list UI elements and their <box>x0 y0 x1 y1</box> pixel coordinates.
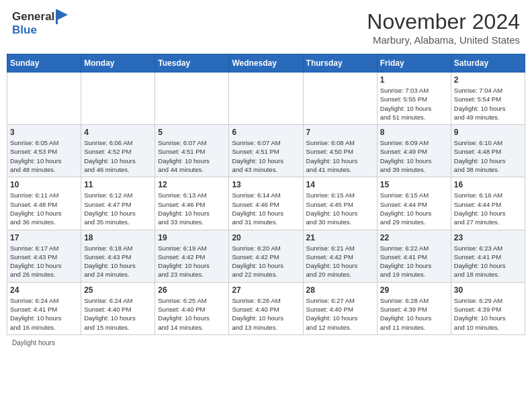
weekday-header-wednesday: Wednesday <box>229 54 303 73</box>
day-info: Sunrise: 6:24 AM Sunset: 4:41 PM Dayligh… <box>10 296 78 332</box>
calendar-cell: 1Sunrise: 7:03 AM Sunset: 5:55 PM Daylig… <box>377 73 451 125</box>
calendar-cell: 17Sunrise: 6:17 AM Sunset: 4:43 PM Dayli… <box>7 230 81 282</box>
day-number: 14 <box>306 180 374 189</box>
calendar-cell: 18Sunrise: 6:18 AM Sunset: 4:43 PM Dayli… <box>81 230 155 282</box>
day-info: Sunrise: 7:04 AM Sunset: 5:54 PM Dayligh… <box>454 86 522 122</box>
day-number: 4 <box>84 128 152 137</box>
day-number: 17 <box>10 233 78 242</box>
svg-marker-0 <box>57 9 68 20</box>
logo-flag-icon <box>56 9 68 24</box>
day-number: 13 <box>232 180 300 189</box>
calendar-cell <box>81 73 155 125</box>
calendar-cell: 10Sunrise: 6:11 AM Sunset: 4:48 PM Dayli… <box>7 177 81 230</box>
calendar-cell: 14Sunrise: 6:15 AM Sunset: 4:45 PM Dayli… <box>303 177 377 230</box>
calendar-cell: 23Sunrise: 6:23 AM Sunset: 4:41 PM Dayli… <box>451 230 525 282</box>
day-number: 22 <box>380 233 448 242</box>
day-number: 21 <box>306 233 374 242</box>
calendar-cell: 20Sunrise: 6:20 AM Sunset: 4:42 PM Dayli… <box>229 230 303 282</box>
day-number: 16 <box>454 180 522 189</box>
day-number: 25 <box>84 285 152 295</box>
calendar-cell: 9Sunrise: 6:10 AM Sunset: 4:48 PM Daylig… <box>451 125 525 177</box>
month-title: November 2024 <box>367 9 520 34</box>
weekday-header-sunday: Sunday <box>7 54 81 73</box>
day-info: Sunrise: 6:05 AM Sunset: 4:53 PM Dayligh… <box>10 138 78 174</box>
weekday-header-row: SundayMondayTuesdayWednesdayThursdayFrid… <box>7 54 525 73</box>
day-info: Sunrise: 6:11 AM Sunset: 4:48 PM Dayligh… <box>10 191 78 226</box>
day-info: Sunrise: 6:10 AM Sunset: 4:48 PM Dayligh… <box>454 138 522 174</box>
calendar-week-5: 24Sunrise: 6:24 AM Sunset: 4:41 PM Dayli… <box>7 282 525 334</box>
day-number: 6 <box>232 128 300 137</box>
day-number: 7 <box>306 128 374 137</box>
calendar-cell <box>229 73 303 125</box>
calendar-cell <box>303 73 377 125</box>
day-info: Sunrise: 6:20 AM Sunset: 4:42 PM Dayligh… <box>232 244 300 279</box>
day-info: Sunrise: 6:15 AM Sunset: 4:44 PM Dayligh… <box>380 191 448 226</box>
day-number: 18 <box>84 233 152 242</box>
calendar-cell: 12Sunrise: 6:13 AM Sunset: 4:46 PM Dayli… <box>155 177 229 230</box>
calendar-week-4: 17Sunrise: 6:17 AM Sunset: 4:43 PM Dayli… <box>7 230 525 282</box>
day-number: 11 <box>84 180 152 189</box>
day-number: 26 <box>158 285 226 295</box>
weekday-header-tuesday: Tuesday <box>155 54 229 73</box>
calendar-cell: 4Sunrise: 6:06 AM Sunset: 4:52 PM Daylig… <box>81 125 155 177</box>
calendar-cell: 22Sunrise: 6:22 AM Sunset: 4:41 PM Dayli… <box>377 230 451 282</box>
calendar-cell: 30Sunrise: 6:29 AM Sunset: 4:39 PM Dayli… <box>451 282 525 334</box>
day-info: Sunrise: 6:23 AM Sunset: 4:41 PM Dayligh… <box>454 244 522 279</box>
weekday-header-thursday: Thursday <box>303 54 377 73</box>
calendar-cell: 29Sunrise: 6:28 AM Sunset: 4:39 PM Dayli… <box>377 282 451 334</box>
logo-blue-text: Blue <box>12 24 37 36</box>
day-info: Sunrise: 6:09 AM Sunset: 4:49 PM Dayligh… <box>380 138 448 174</box>
day-number: 1 <box>380 75 448 85</box>
day-number: 15 <box>380 180 448 189</box>
day-number: 20 <box>232 233 300 242</box>
calendar-cell: 5Sunrise: 6:07 AM Sunset: 4:51 PM Daylig… <box>155 125 229 177</box>
calendar-cell: 3Sunrise: 6:05 AM Sunset: 4:53 PM Daylig… <box>7 125 81 177</box>
day-number: 8 <box>380 128 448 137</box>
calendar-cell: 16Sunrise: 6:16 AM Sunset: 4:44 PM Dayli… <box>451 177 525 230</box>
calendar-cell: 27Sunrise: 6:26 AM Sunset: 4:40 PM Dayli… <box>229 282 303 334</box>
day-number: 19 <box>158 233 226 242</box>
day-number: 28 <box>306 285 374 295</box>
calendar-cell: 2Sunrise: 7:04 AM Sunset: 5:54 PM Daylig… <box>451 73 525 125</box>
calendar-table: SundayMondayTuesdayWednesdayThursdayFrid… <box>7 54 525 335</box>
day-number: 12 <box>158 180 226 189</box>
day-info: Sunrise: 7:03 AM Sunset: 5:55 PM Dayligh… <box>380 86 448 122</box>
logo: General Blue <box>12 9 68 37</box>
location: Marbury, Alabama, United States <box>367 34 520 46</box>
calendar-cell: 13Sunrise: 6:14 AM Sunset: 4:46 PM Dayli… <box>229 177 303 230</box>
calendar-cell <box>7 73 81 125</box>
day-info: Sunrise: 6:17 AM Sunset: 4:43 PM Dayligh… <box>10 244 78 279</box>
calendar-cell: 8Sunrise: 6:09 AM Sunset: 4:49 PM Daylig… <box>377 125 451 177</box>
calendar-week-1: 1Sunrise: 7:03 AM Sunset: 5:55 PM Daylig… <box>7 73 525 125</box>
day-info: Sunrise: 6:07 AM Sunset: 4:51 PM Dayligh… <box>158 138 226 174</box>
calendar-cell: 24Sunrise: 6:24 AM Sunset: 4:41 PM Dayli… <box>7 282 81 334</box>
day-number: 27 <box>232 285 300 295</box>
page-header: General Blue November 2024 Marbury, Alab… <box>7 7 525 48</box>
calendar-cell: 19Sunrise: 6:19 AM Sunset: 4:42 PM Dayli… <box>155 230 229 282</box>
day-number: 2 <box>454 75 522 85</box>
day-number: 29 <box>380 285 448 295</box>
footer: Daylight hours <box>7 339 525 347</box>
calendar-cell: 26Sunrise: 6:25 AM Sunset: 4:40 PM Dayli… <box>155 282 229 334</box>
day-number: 10 <box>10 180 78 189</box>
day-info: Sunrise: 6:08 AM Sunset: 4:50 PM Dayligh… <box>306 138 374 174</box>
day-info: Sunrise: 6:06 AM Sunset: 4:52 PM Dayligh… <box>84 138 152 174</box>
day-info: Sunrise: 6:26 AM Sunset: 4:40 PM Dayligh… <box>232 296 300 332</box>
calendar-cell: 15Sunrise: 6:15 AM Sunset: 4:44 PM Dayli… <box>377 177 451 230</box>
day-number: 23 <box>454 233 522 242</box>
weekday-header-saturday: Saturday <box>451 54 525 73</box>
calendar-cell <box>155 73 229 125</box>
day-info: Sunrise: 6:12 AM Sunset: 4:47 PM Dayligh… <box>84 191 152 226</box>
day-info: Sunrise: 6:07 AM Sunset: 4:51 PM Dayligh… <box>232 138 300 174</box>
weekday-header-friday: Friday <box>377 54 451 73</box>
calendar-week-2: 3Sunrise: 6:05 AM Sunset: 4:53 PM Daylig… <box>7 125 525 177</box>
day-info: Sunrise: 6:24 AM Sunset: 4:40 PM Dayligh… <box>84 296 152 332</box>
calendar-cell: 25Sunrise: 6:24 AM Sunset: 4:40 PM Dayli… <box>81 282 155 334</box>
calendar-cell: 7Sunrise: 6:08 AM Sunset: 4:50 PM Daylig… <box>303 125 377 177</box>
day-info: Sunrise: 6:16 AM Sunset: 4:44 PM Dayligh… <box>454 191 522 226</box>
day-number: 5 <box>158 128 226 137</box>
day-info: Sunrise: 6:25 AM Sunset: 4:40 PM Dayligh… <box>158 296 226 332</box>
calendar-cell: 6Sunrise: 6:07 AM Sunset: 4:51 PM Daylig… <box>229 125 303 177</box>
day-info: Sunrise: 6:28 AM Sunset: 4:39 PM Dayligh… <box>380 296 448 332</box>
day-info: Sunrise: 6:29 AM Sunset: 4:39 PM Dayligh… <box>454 296 522 332</box>
